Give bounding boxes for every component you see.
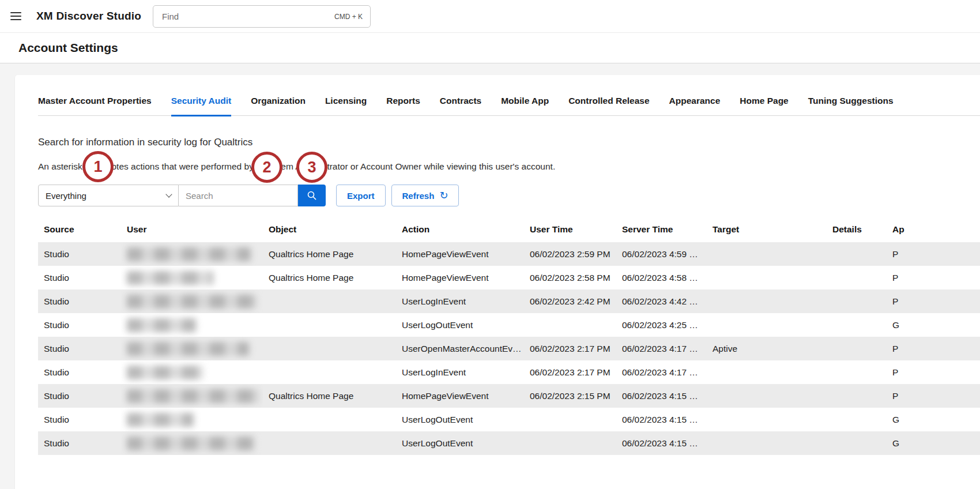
cell-server_time: 06/02/2023 4:15 … (616, 408, 707, 431)
table-row: StudioUserLogOutEvent06/02/2023 4:15 …G (38, 408, 980, 431)
cell-source: Studio (38, 313, 121, 337)
cell-details (827, 431, 887, 455)
column-header-ap: Ap (887, 217, 980, 242)
cell-user_time (524, 313, 616, 337)
cell-user_time (524, 431, 616, 455)
cell-action: HomePageViewEvent (396, 242, 524, 266)
asterisk-note: An asterisk (*) denotes actions that wer… (38, 161, 980, 172)
tab-licensing[interactable]: Licensing (325, 96, 367, 116)
cell-action: UserOpenMasterAccountEv… (396, 337, 524, 360)
cell-user (121, 242, 263, 266)
cell-action: UserLogInEvent (396, 360, 524, 384)
column-header-user: User (121, 217, 263, 242)
cell-details (827, 384, 887, 408)
tab-bar: Master Account PropertiesSecurity AuditO… (38, 96, 980, 116)
cell-source: Studio (38, 266, 121, 289)
table-row: StudioUserLogOutEvent06/02/2023 4:25 …G (38, 313, 980, 337)
tab-organization[interactable]: Organization (251, 96, 306, 116)
table-row: StudioUserLogInEvent06/02/2023 2:42 PM06… (38, 289, 980, 313)
cell-object (263, 408, 396, 431)
cell-source: Studio (38, 384, 121, 408)
table-row: StudioUserLogInEvent06/02/2023 2:17 PM06… (38, 360, 980, 384)
cell-source: Studio (38, 289, 121, 313)
cell-details (827, 289, 887, 313)
annotation-circle-3: 3 (296, 152, 327, 183)
cell-object: Qualtrics Home Page (263, 384, 396, 408)
tab-reports[interactable]: Reports (386, 96, 420, 116)
cell-user (121, 313, 263, 337)
cell-app: P (887, 360, 980, 384)
cell-action: HomePageViewEvent (396, 266, 524, 289)
refresh-icon: ↻ (439, 190, 448, 201)
redacted-user-name (127, 342, 249, 356)
table-row: StudioUserOpenMasterAccountEv…06/02/2023… (38, 337, 980, 360)
tab-home-page[interactable]: Home Page (740, 96, 788, 116)
redacted-user-name (127, 318, 196, 332)
section-heading: Search for information in security log f… (38, 137, 980, 148)
cell-details (827, 313, 887, 337)
cell-object: Qualtrics Home Page (263, 242, 396, 266)
cell-app: P (887, 337, 980, 360)
export-button[interactable]: Export (336, 185, 386, 206)
tab-controlled-release[interactable]: Controlled Release (568, 96, 649, 116)
redacted-user-name (127, 413, 194, 427)
redacted-user-name (127, 295, 257, 309)
cell-action: UserLogOutEvent (396, 313, 524, 337)
tab-appearance[interactable]: Appearance (669, 96, 721, 116)
table-row: StudioQualtrics Home PageHomePageViewEve… (38, 266, 980, 289)
search-icon (307, 190, 317, 201)
cell-object: Qualtrics Home Page (263, 266, 396, 289)
tab-security-audit[interactable]: Security Audit (171, 96, 232, 116)
cell-object (263, 360, 396, 384)
redacted-user-name (127, 437, 255, 450)
search-input[interactable] (179, 185, 298, 206)
chevron-down-icon (165, 191, 172, 197)
column-header-user-time: User Time (524, 217, 616, 242)
cell-source: Studio (38, 431, 121, 455)
column-header-server-time: Server Time (616, 217, 707, 242)
cell-app: G (887, 431, 980, 455)
find-box[interactable]: CMD + K (153, 5, 371, 28)
table-row: StudioUserLogOutEvent06/02/2023 4:15 …G (38, 431, 980, 455)
redacted-user-name (127, 271, 213, 285)
topbar: XM Discover Studio CMD + K (0, 0, 980, 33)
tab-master-account-properties[interactable]: Master Account Properties (38, 96, 152, 116)
column-header-target: Target (707, 217, 827, 242)
redacted-user-name (127, 389, 259, 403)
cell-user (121, 289, 263, 313)
cell-details (827, 408, 887, 431)
cell-details (827, 242, 887, 266)
page-header: Account Settings (0, 33, 980, 63)
refresh-button[interactable]: Refresh ↻ (391, 185, 459, 206)
column-header-action: Action (396, 217, 524, 242)
cell-target (707, 408, 827, 431)
cell-user_time: 06/02/2023 2:17 PM (524, 337, 616, 360)
cell-target (707, 384, 827, 408)
cell-server_time: 06/02/2023 4:58 … (616, 266, 707, 289)
cell-target (707, 266, 827, 289)
find-input[interactable] (161, 11, 334, 22)
cell-user_time (524, 408, 616, 431)
cell-server_time: 06/02/2023 4:15 … (616, 431, 707, 455)
cell-user (121, 337, 263, 360)
cell-object (263, 431, 396, 455)
cell-action: UserLogOutEvent (396, 431, 524, 455)
filter-dropdown[interactable]: Everything (38, 185, 179, 206)
app-title: XM Discover Studio (36, 10, 141, 22)
cell-server_time: 06/02/2023 4:25 … (616, 313, 707, 337)
cell-action: UserLogInEvent (396, 289, 524, 313)
cell-app: P (887, 242, 980, 266)
tab-tuning-suggestions[interactable]: Tuning Suggestions (808, 96, 894, 116)
audit-table: SourceUserObjectActionUser TimeServer Ti… (38, 217, 980, 455)
cell-source: Studio (38, 408, 121, 431)
column-header-object: Object (263, 217, 396, 242)
cell-target (707, 289, 827, 313)
search-button[interactable] (298, 185, 326, 206)
hamburger-menu-icon[interactable] (10, 12, 21, 20)
tab-mobile-app[interactable]: Mobile App (501, 96, 549, 116)
table-row: StudioQualtrics Home PageHomePageViewEve… (38, 242, 980, 266)
cell-user_time: 06/02/2023 2:59 PM (524, 242, 616, 266)
tab-contracts[interactable]: Contracts (440, 96, 481, 116)
cell-details (827, 360, 887, 384)
cell-server_time: 06/02/2023 4:17 … (616, 360, 707, 384)
